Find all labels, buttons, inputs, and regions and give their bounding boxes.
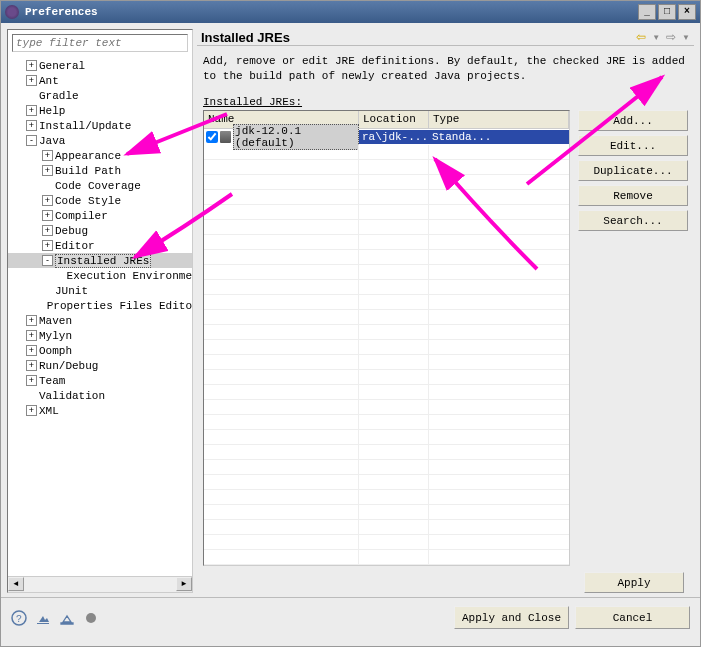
cancel-button[interactable]: Cancel (575, 606, 690, 629)
tree-item-compiler[interactable]: +Compiler (8, 208, 192, 223)
expand-icon[interactable]: + (42, 240, 53, 251)
tree-item-installed-jres[interactable]: -Installed JREs (8, 253, 192, 268)
tree-item-label: Gradle (39, 90, 79, 102)
tree-item-label: Validation (39, 390, 105, 402)
expand-icon[interactable]: + (42, 210, 53, 221)
window-titlebar: Preferences _ □ × (1, 1, 700, 23)
export-icon[interactable] (59, 610, 75, 626)
svg-point-2 (86, 613, 96, 623)
dropdown-icon[interactable]: ▼ (652, 33, 660, 42)
tree-item-label: Help (39, 105, 65, 117)
tree-item-code-coverage[interactable]: Code Coverage (8, 178, 192, 193)
expand-icon[interactable]: + (26, 105, 37, 116)
tree-item-install-update[interactable]: +Install/Update (8, 118, 192, 133)
search-button[interactable]: Search... (578, 210, 688, 231)
table-label: Installed JREs: (197, 92, 694, 110)
tree-item-label: General (39, 60, 85, 72)
tree-item-label: Compiler (55, 210, 108, 222)
page-description: Add, remove or edit JRE definitions. By … (197, 46, 694, 92)
expand-icon[interactable]: + (42, 150, 53, 161)
nav-back-icon[interactable]: ⇦ (636, 30, 646, 44)
apply-and-close-button[interactable]: Apply and Close (454, 606, 569, 629)
apply-button[interactable]: Apply (584, 572, 684, 593)
jre-checkbox[interactable] (206, 131, 218, 143)
duplicate-button[interactable]: Duplicate... (578, 160, 688, 181)
expand-icon[interactable]: + (42, 165, 53, 176)
import-icon[interactable] (35, 610, 51, 626)
horizontal-scrollbar[interactable]: ◄ ► (8, 576, 192, 592)
scroll-left-icon[interactable]: ◄ (8, 577, 24, 591)
tree-item-junit[interactable]: JUnit (8, 283, 192, 298)
expand-icon[interactable]: + (26, 360, 37, 371)
tree-item-team[interactable]: +Team (8, 373, 192, 388)
preferences-page: Installed JREs ⇦ ▼ ⇨ ▼ Add, remove or ed… (197, 29, 694, 593)
edit-button[interactable]: Edit... (578, 135, 688, 156)
tree-item-label: Java (39, 135, 65, 147)
tree-item-xml[interactable]: +XML (8, 403, 192, 418)
tree-item-editor[interactable]: +Editor (8, 238, 192, 253)
tree-item-label: Install/Update (39, 120, 131, 132)
page-title: Installed JREs (201, 30, 636, 45)
nav-forward-icon[interactable]: ⇨ (666, 30, 676, 44)
tree-item-maven[interactable]: +Maven (8, 313, 192, 328)
expand-icon[interactable]: + (26, 330, 37, 341)
tree-item-build-path[interactable]: +Build Path (8, 163, 192, 178)
jre-table[interactable]: Name Location Type jdk-12.0.1 (default)r… (203, 110, 570, 566)
tree-item-oomph[interactable]: +Oomph (8, 343, 192, 358)
tree-item-label: Execution Environme (67, 270, 192, 282)
maximize-button[interactable]: □ (658, 4, 676, 20)
expand-icon[interactable]: + (42, 195, 53, 206)
tree-item-label: Team (39, 375, 65, 387)
tree-item-debug[interactable]: +Debug (8, 223, 192, 238)
filter-input[interactable] (12, 34, 188, 52)
table-body: jdk-12.0.1 (default)ra\jdk-...Standa... (204, 129, 569, 565)
expand-icon[interactable]: + (26, 375, 37, 386)
expand-icon[interactable]: + (26, 315, 37, 326)
expand-icon[interactable]: + (26, 345, 37, 356)
tree-item-label: Ant (39, 75, 59, 87)
expand-icon[interactable]: + (26, 120, 37, 131)
remove-button[interactable]: Remove (578, 185, 688, 206)
tree-item-label: Maven (39, 315, 72, 327)
expand-icon[interactable]: + (42, 225, 53, 236)
tree-item-ant[interactable]: +Ant (8, 73, 192, 88)
tree-item-code-style[interactable]: +Code Style (8, 193, 192, 208)
expand-icon[interactable]: + (26, 75, 37, 86)
collapse-icon[interactable]: - (26, 135, 37, 146)
dialog-footer: ? Apply and Close Cancel (1, 597, 700, 637)
tree-item-label: Run/Debug (39, 360, 98, 372)
tree-item-execution-environme[interactable]: Execution Environme (8, 268, 192, 283)
tree-item-java[interactable]: -Java (8, 133, 192, 148)
tree-item-run-debug[interactable]: +Run/Debug (8, 358, 192, 373)
tree-item-label: Properties Files Edito (47, 300, 192, 312)
window-title: Preferences (25, 6, 638, 18)
tree-item-general[interactable]: +General (8, 58, 192, 73)
add-button[interactable]: Add... (578, 110, 688, 131)
svg-text:?: ? (16, 614, 22, 625)
dropdown-icon[interactable]: ▼ (682, 33, 690, 42)
column-type[interactable]: Type (429, 111, 569, 128)
tree-item-validation[interactable]: Validation (8, 388, 192, 403)
jre-type: Standa... (429, 130, 569, 144)
tree-item-help[interactable]: +Help (8, 103, 192, 118)
preferences-tree-panel: +General+AntGradle+Help+Install/Update-J… (7, 29, 193, 593)
tree-item-properties-files-edito[interactable]: Properties Files Edito (8, 298, 192, 313)
tree-item-appearance[interactable]: +Appearance (8, 148, 192, 163)
collapse-icon[interactable]: - (42, 255, 53, 266)
expand-icon[interactable]: + (26, 405, 37, 416)
preferences-tree[interactable]: +General+AntGradle+Help+Install/Update-J… (8, 56, 192, 576)
close-button[interactable]: × (678, 4, 696, 20)
help-icon[interactable]: ? (11, 610, 27, 626)
tree-item-mylyn[interactable]: +Mylyn (8, 328, 192, 343)
expand-icon[interactable]: + (26, 60, 37, 71)
scroll-right-icon[interactable]: ► (176, 577, 192, 591)
record-icon[interactable] (83, 610, 99, 626)
tree-item-label: Editor (55, 240, 95, 252)
table-row[interactable]: jdk-12.0.1 (default)ra\jdk-...Standa... (204, 129, 569, 145)
column-location[interactable]: Location (359, 111, 429, 128)
minimize-button[interactable]: _ (638, 4, 656, 20)
tree-item-label: Oomph (39, 345, 72, 357)
tree-item-label: Appearance (55, 150, 121, 162)
tree-item-gradle[interactable]: Gradle (8, 88, 192, 103)
tree-item-label: Mylyn (39, 330, 72, 342)
